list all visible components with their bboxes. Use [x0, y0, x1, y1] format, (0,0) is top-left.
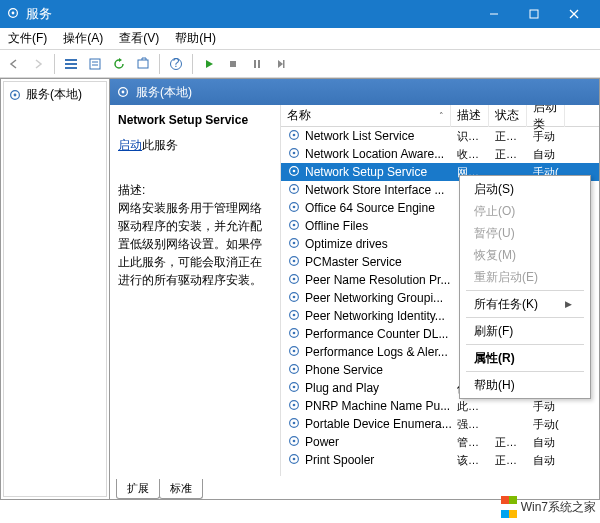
service-name: Network Setup Service [305, 165, 427, 179]
service-name: Network List Service [305, 129, 414, 143]
ctx-separator [466, 290, 584, 291]
help-button[interactable]: ? [165, 53, 187, 75]
service-state: 正在... [489, 129, 527, 144]
view-tabs: 扩展 标准 [110, 476, 599, 499]
svg-rect-8 [65, 67, 77, 69]
refresh-button[interactable] [108, 53, 130, 75]
svg-point-50 [293, 367, 296, 370]
service-name: Optimize drives [305, 237, 388, 251]
ctx-restart: 重新启动(E) [462, 266, 588, 288]
ctx-all-tasks[interactable]: 所有任务(K) [462, 293, 588, 315]
ctx-separator [466, 344, 584, 345]
svg-point-48 [293, 349, 296, 352]
service-row[interactable]: Portable Device Enumera...强制...手动( [281, 415, 599, 433]
svg-point-44 [293, 313, 296, 316]
toolbar-properties-icon[interactable] [84, 53, 106, 75]
service-state: 正在... [489, 435, 527, 450]
service-row[interactable]: PNRP Machine Name Pu...此服...手动 [281, 397, 599, 415]
toolbar: ? [0, 50, 600, 78]
close-button[interactable] [554, 0, 594, 28]
toolbar-details-icon[interactable] [60, 53, 82, 75]
restart-button[interactable] [270, 53, 292, 75]
stop-button[interactable] [222, 53, 244, 75]
service-name: Peer Networking Identity... [305, 309, 445, 323]
gear-icon [287, 398, 301, 415]
column-name[interactable]: 名称˄ [281, 105, 451, 127]
toolbar-separator [192, 54, 193, 74]
ctx-help[interactable]: 帮助(H) [462, 374, 588, 396]
tree-item-services-local[interactable]: 服务(本地) [6, 84, 104, 105]
gear-icon [287, 236, 301, 253]
service-name: Network Store Interface ... [305, 183, 444, 197]
context-menu: 启动(S) 停止(O) 暂停(U) 恢复(M) 重新启动(E) 所有任务(K) … [459, 175, 591, 399]
ctx-start[interactable]: 启动(S) [462, 178, 588, 200]
svg-point-20 [14, 93, 17, 96]
pause-button[interactable] [246, 53, 268, 75]
svg-point-22 [122, 91, 125, 94]
detail-pane: Network Setup Service 启动此服务 描述: 网络安装服务用于… [110, 105, 280, 476]
description-text: 网络安装服务用于管理网络驱动程序的安装，并允许配置低级别网络设置。如果停止此服务… [118, 199, 272, 289]
ctx-separator [466, 371, 584, 372]
back-button[interactable] [3, 53, 25, 75]
tab-standard[interactable]: 标准 [159, 479, 203, 499]
ctx-separator [466, 317, 584, 318]
menu-view[interactable]: 查看(V) [115, 29, 163, 48]
svg-rect-18 [283, 60, 285, 68]
tab-extended[interactable]: 扩展 [116, 479, 160, 499]
svg-rect-3 [530, 10, 538, 18]
service-row[interactable]: Network Location Aware...收集...正在...自动 [281, 145, 599, 163]
service-name: PCMaster Service [305, 255, 402, 269]
ctx-stop: 停止(O) [462, 200, 588, 222]
start-button[interactable] [198, 53, 220, 75]
service-desc: 此服... [451, 399, 489, 414]
service-name: PNRP Machine Name Pu... [305, 399, 450, 413]
start-link[interactable]: 启动 [118, 138, 142, 152]
gear-icon [287, 344, 301, 361]
service-startup: 手动( [527, 417, 565, 432]
gear-icon [287, 146, 301, 163]
panel-title: 服务(本地) [136, 84, 192, 101]
menu-help[interactable]: 帮助(H) [171, 29, 220, 48]
svg-rect-6 [65, 59, 77, 61]
maximize-button[interactable] [514, 0, 554, 28]
column-desc[interactable]: 描述 [451, 105, 489, 127]
service-row[interactable]: Power管理...正在...自动 [281, 433, 599, 451]
gear-icon [287, 128, 301, 145]
svg-point-1 [12, 11, 15, 14]
toolbar-separator [54, 54, 55, 74]
gear-icon [287, 416, 301, 433]
service-desc: 管理... [451, 435, 489, 450]
service-state: 正在... [489, 147, 527, 162]
gear-icon [8, 88, 22, 102]
ctx-properties[interactable]: 属性(R) [462, 347, 588, 369]
service-row[interactable]: Print Spooler该服...正在...自动 [281, 451, 599, 469]
gear-icon [287, 218, 301, 235]
column-state[interactable]: 状态 [489, 105, 527, 127]
service-name: Print Spooler [305, 453, 374, 467]
minimize-button[interactable] [474, 0, 514, 28]
svg-point-60 [293, 457, 296, 460]
service-startup: 自动 [527, 147, 565, 162]
ctx-refresh[interactable]: 刷新(F) [462, 320, 588, 342]
service-name: Network Location Aware... [305, 147, 444, 161]
service-row[interactable]: Network List Service识别...正在...手动 [281, 127, 599, 145]
svg-point-52 [293, 385, 296, 388]
menu-file[interactable]: 文件(F) [4, 29, 51, 48]
menu-action[interactable]: 操作(A) [59, 29, 107, 48]
svg-rect-17 [258, 60, 260, 68]
window-titlebar: 服务 [0, 0, 600, 28]
gear-icon [287, 326, 301, 343]
svg-point-40 [293, 277, 296, 280]
column-startup[interactable]: 启动类 [527, 105, 565, 127]
tree-item-label: 服务(本地) [26, 86, 82, 103]
services-list: 名称˄ 描述 状态 启动类 Network List Service识别...正… [280, 105, 599, 476]
export-button[interactable] [132, 53, 154, 75]
forward-button[interactable] [27, 53, 49, 75]
service-name: Plug and Play [305, 381, 379, 395]
service-startup: 手动 [527, 399, 565, 414]
service-desc: 该服... [451, 453, 489, 468]
service-desc: 强制... [451, 417, 489, 432]
gear-icon [287, 164, 301, 181]
svg-rect-12 [138, 60, 148, 68]
service-name: Office 64 Source Engine [305, 201, 435, 215]
